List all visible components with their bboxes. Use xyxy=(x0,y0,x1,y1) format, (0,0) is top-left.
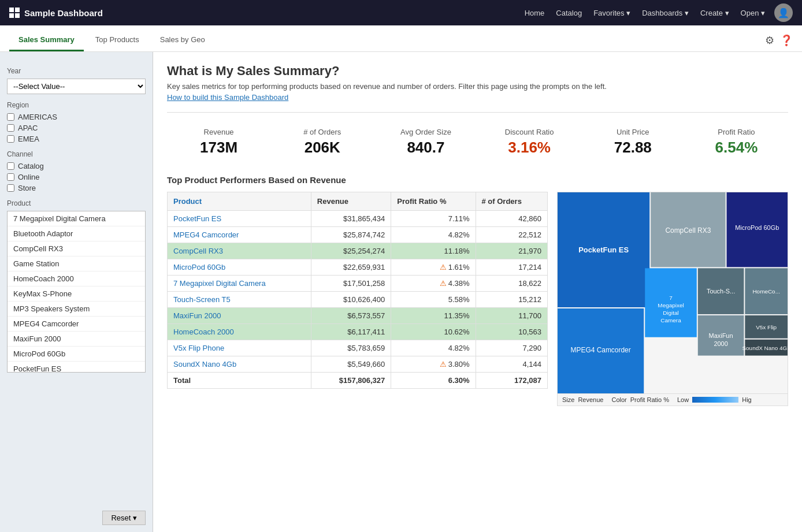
tab-icons: ⚙ ❓ xyxy=(765,34,793,51)
legend-gradient xyxy=(692,397,738,403)
svg-text:HomeCo...: HomeCo... xyxy=(752,288,779,295)
table-row-profit: 7.11% xyxy=(391,211,476,227)
warn-icon: ⚠ xyxy=(440,360,447,369)
list-item[interactable]: Game Station xyxy=(8,256,145,271)
list-item[interactable]: MicroPod 60Gb xyxy=(8,347,145,362)
region-americas[interactable]: AMERICAS xyxy=(7,113,146,121)
color-value: Profit Ratio % xyxy=(630,396,669,403)
total-label: Total xyxy=(168,373,311,389)
table-row-product[interactable]: CompCell RX3 xyxy=(168,243,311,259)
svg-text:SoundX Nano 4Gb: SoundX Nano 4Gb xyxy=(742,345,788,351)
region-label: Region xyxy=(7,101,146,109)
list-item[interactable]: MP3 Speakers System xyxy=(8,302,145,317)
nav-dashboards[interactable]: Dashboards ▾ xyxy=(642,9,689,17)
color-label: Color xyxy=(611,396,626,403)
year-select[interactable]: --Select Value-- xyxy=(7,79,146,94)
app-logo: Sample Dashboard xyxy=(9,8,525,18)
help-icon[interactable]: ❓ xyxy=(780,34,793,47)
table-row-orders: 21,970 xyxy=(476,243,547,259)
table-row-revenue: $31,865,434 xyxy=(311,211,391,227)
app-title: Sample Dashboard xyxy=(24,8,103,18)
metric-profit-ratio: Profit Ratio 6.54% xyxy=(685,123,788,161)
table-row-orders: 11,700 xyxy=(476,308,547,324)
region-emea[interactable]: EMEA xyxy=(7,135,146,143)
grid-icon xyxy=(9,8,20,18)
table-row-product[interactable]: V5x Flip Phone xyxy=(168,340,311,356)
region-checkboxes: AMERICAS APAC EMEA xyxy=(7,113,146,143)
total-revenue: $157,806,327 xyxy=(311,373,391,389)
list-item[interactable]: HomeCoach 2000 xyxy=(8,271,145,287)
treemap-svg: PocketFun ES CompCell RX3 MicroPod 60Gb … xyxy=(558,192,788,393)
treemap-container: PocketFun ES CompCell RX3 MicroPod 60Gb … xyxy=(557,192,788,406)
channel-online[interactable]: Online xyxy=(7,173,146,181)
tab-sales-by-geo[interactable]: Sales by Geo xyxy=(151,29,214,51)
table-row-product[interactable]: HomeCoach 2000 xyxy=(168,324,311,340)
table-row-product[interactable]: SoundX Nano 4Gb xyxy=(168,356,311,373)
tab-sales-summary[interactable]: Sales Summary xyxy=(9,29,84,51)
avatar[interactable]: 👤 xyxy=(774,3,793,22)
nav-open[interactable]: Open ▾ xyxy=(741,9,765,17)
sidebar-reset-area: Reset ▾ xyxy=(102,511,146,525)
year-label: Year xyxy=(7,67,146,75)
metric-orders: # of Orders 206K xyxy=(270,123,374,161)
list-item[interactable]: MaxiFun 2000 xyxy=(8,332,145,347)
svg-text:Megapixel: Megapixel xyxy=(658,302,684,308)
svg-text:Camera: Camera xyxy=(660,317,681,323)
svg-text:Digital: Digital xyxy=(663,310,679,316)
list-item[interactable]: PocketFun ES xyxy=(8,362,145,373)
table-row-revenue: $25,874,742 xyxy=(311,227,391,243)
main-layout: Year --Select Value-- Region AMERICAS AP… xyxy=(0,52,802,532)
reset-button[interactable]: Reset ▾ xyxy=(102,511,146,525)
table-row-orders: 17,214 xyxy=(476,259,547,276)
total-orders: 172,087 xyxy=(476,373,547,389)
tabbar: Sales Summary Top Products Sales by Geo … xyxy=(0,25,802,52)
svg-text:MicroPod 60Gb: MicroPod 60Gb xyxy=(735,224,779,231)
table-row-profit: 11.35% xyxy=(391,308,476,324)
table-row-product[interactable]: PocketFun ES xyxy=(168,211,311,227)
table-row-product[interactable]: MicroPod 60Gb xyxy=(168,259,311,276)
table-row-product[interactable]: MaxiFun 2000 xyxy=(168,308,311,324)
table-row-orders: 15,212 xyxy=(476,292,547,308)
list-item[interactable]: Bluetooth Adaptor xyxy=(8,226,145,241)
settings-icon[interactable]: ⚙ xyxy=(765,34,774,47)
table-row-revenue: $5,783,659 xyxy=(311,340,391,356)
table-row-profit: 4.82% xyxy=(391,340,476,356)
list-item[interactable]: MPEG4 Camcorder xyxy=(8,317,145,332)
col-orders: # of Orders xyxy=(476,192,547,211)
table-row-profit: 10.62% xyxy=(391,324,476,340)
table-row-revenue: $6,117,411 xyxy=(311,324,391,340)
channel-catalog[interactable]: Catalog xyxy=(7,162,146,170)
svg-text:PocketFun ES: PocketFun ES xyxy=(578,245,629,254)
metric-discount: Discount Ratio 3.16% xyxy=(478,123,581,161)
build-link[interactable]: How to build this Sample Dashboard xyxy=(167,93,288,102)
tab-top-products[interactable]: Top Products xyxy=(86,29,148,51)
table-row-orders: 42,860 xyxy=(476,211,547,227)
high-label: Hig xyxy=(742,396,752,403)
col-revenue: Revenue xyxy=(311,192,391,211)
low-label: Low xyxy=(677,396,689,403)
table-row-profit: ⚠4.38% xyxy=(391,276,476,292)
product-label: Product xyxy=(7,199,146,207)
nav-home[interactable]: Home xyxy=(525,9,545,17)
svg-text:MaxiFun: MaxiFun xyxy=(709,332,733,339)
table-row-product[interactable]: Touch-Screen T5 xyxy=(168,292,311,308)
list-item[interactable]: CompCell RX3 xyxy=(8,241,145,256)
table-row-product[interactable]: 7 Megapixel Digital Camera xyxy=(168,276,311,292)
size-value: Revenue xyxy=(578,396,603,403)
product-list[interactable]: 7 Megapixel Digital Camera Bluetooth Ada… xyxy=(7,211,146,373)
nav-favorites[interactable]: Favorites ▾ xyxy=(593,9,630,17)
table-row-orders: 10,563 xyxy=(476,324,547,340)
table-and-chart: Product Revenue Profit Ratio % # of Orde… xyxy=(167,192,788,406)
svg-text:MPEG4 Camcorder: MPEG4 Camcorder xyxy=(571,346,631,354)
channel-label: Channel xyxy=(7,150,146,158)
table-row-product[interactable]: MPEG4 Camcorder xyxy=(168,227,311,243)
nav-catalog[interactable]: Catalog xyxy=(556,9,582,17)
topnav: Sample Dashboard Home Catalog Favorites … xyxy=(0,0,802,25)
list-item[interactable]: KeyMax S-Phone xyxy=(8,287,145,302)
nav-create[interactable]: Create ▾ xyxy=(700,9,729,17)
region-apac[interactable]: APAC xyxy=(7,124,146,132)
warn-icon: ⚠ xyxy=(440,263,447,271)
table-row-profit: 5.58% xyxy=(391,292,476,308)
channel-store[interactable]: Store xyxy=(7,184,146,192)
list-item[interactable]: 7 Megapixel Digital Camera xyxy=(8,211,145,226)
